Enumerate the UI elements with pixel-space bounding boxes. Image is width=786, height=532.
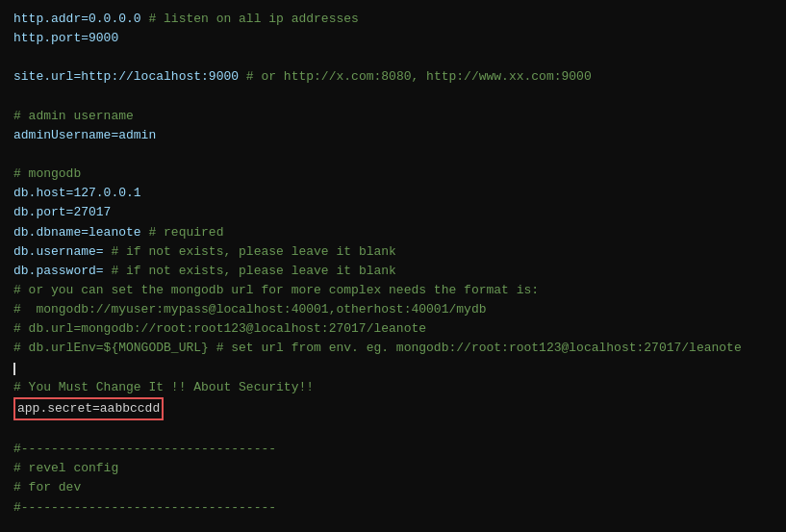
line-9: # mongodb: [13, 165, 773, 184]
line-8: [13, 145, 773, 165]
line-26: #----------------------------------: [13, 498, 773, 518]
line-24: # revel config: [13, 459, 773, 478]
line-10: db.host=127.0.0.1: [13, 184, 773, 203]
line-3: [13, 48, 773, 67]
line-18: # db.urlEnv=${MONGODB_URL} # set url fro…: [13, 339, 773, 358]
line-19: [13, 359, 773, 378]
line-4: site.url=http://localhost:9000 # or http…: [13, 67, 773, 87]
line-11: db.port=27017: [13, 203, 773, 222]
line-22: [13, 420, 773, 440]
line-12: db.dbname=leanote # required: [13, 223, 773, 242]
line-2: http.port=9000: [13, 29, 773, 48]
line-6: # admin username: [13, 107, 773, 126]
line-1: http.addr=0.0.0.0 # listen on all ip add…: [13, 10, 773, 29]
line-7: adminUsername=admin: [13, 126, 773, 145]
line-14: db.password= # if not exists, please lea…: [13, 262, 773, 281]
code-editor: http.addr=0.0.0.0 # listen on all ip add…: [0, 0, 786, 532]
line-25: # for dev: [13, 478, 773, 497]
line-23: #----------------------------------: [13, 440, 773, 459]
line-13: db.username= # if not exists, please lea…: [13, 242, 773, 262]
line-21-highlighted: app.secret=aabbccdd: [13, 397, 773, 420]
line-15: # or you can set the mongodb url for mor…: [13, 281, 773, 300]
line-5: [13, 88, 773, 107]
line-16: # mongodb://myuser:mypass@localhost:4000…: [13, 300, 773, 319]
line-20: # You Must Change It !! About Security!!: [13, 378, 773, 397]
line-17: # db.url=mongodb://root:root123@localhos…: [13, 319, 773, 339]
